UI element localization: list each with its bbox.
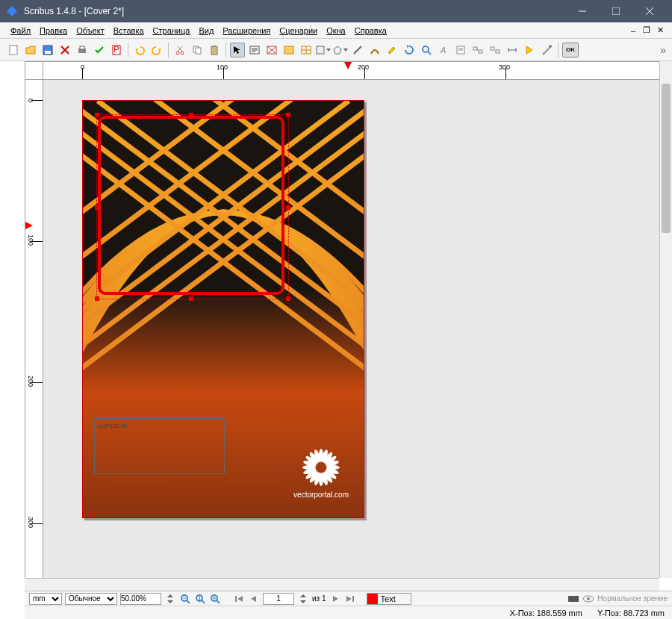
svg-marker-72 <box>300 594 306 597</box>
zoom-tool[interactable] <box>419 43 434 57</box>
zoom-input[interactable] <box>120 593 161 605</box>
resize-handle-e[interactable] <box>286 205 290 210</box>
new-button[interactable] <box>6 43 21 57</box>
menu-edit[interactable]: Правка <box>35 25 72 37</box>
first-page-button[interactable] <box>233 593 245 605</box>
resize-handle-ne[interactable] <box>286 113 290 117</box>
menu-help[interactable]: Справка <box>350 25 391 37</box>
resize-handle-nw[interactable] <box>95 113 99 117</box>
cms-toggle-button[interactable] <box>567 593 579 605</box>
svg-marker-58 <box>167 600 173 603</box>
story-editor-tool[interactable] <box>453 43 468 57</box>
zoom-out-button[interactable] <box>179 593 191 605</box>
unlink-frames-tool[interactable] <box>488 43 503 57</box>
svg-rect-2 <box>612 7 620 15</box>
logo-area: vectorportal.com <box>293 449 349 499</box>
menu-file[interactable]: Файл <box>6 25 35 37</box>
text-frame-tool[interactable] <box>247 43 262 57</box>
logo-text: vectorportal.com <box>293 491 349 499</box>
rotate-tool[interactable] <box>402 43 417 57</box>
menu-windows[interactable]: Окна <box>322 25 350 37</box>
redo-button[interactable] <box>149 43 164 57</box>
preview-toggle-button[interactable] <box>582 593 594 605</box>
scrollbar-vertical[interactable] <box>659 61 672 578</box>
menu-script[interactable]: Сценарии <box>275 25 322 37</box>
doc-minimize-button[interactable]: – <box>627 25 639 37</box>
line-tool[interactable] <box>350 43 365 57</box>
measure-tool[interactable] <box>505 43 520 57</box>
unit-select[interactable]: mm <box>29 593 62 605</box>
page-spinner[interactable] <box>297 593 309 605</box>
svg-line-66 <box>217 600 220 603</box>
canvas-viewport[interactable]: Lumpic.ru vectorportal.com <box>43 80 659 578</box>
image-frame-tool[interactable] <box>264 43 279 57</box>
page-number-input[interactable] <box>263 593 294 605</box>
select-tool[interactable] <box>230 43 245 57</box>
minimize-button[interactable] <box>565 0 599 22</box>
last-page-button[interactable] <box>344 593 356 605</box>
svg-marker-15 <box>158 49 161 51</box>
prev-page-button[interactable] <box>248 593 260 605</box>
link-frames-tool[interactable] <box>470 43 485 57</box>
zoom-in-button[interactable] <box>209 593 221 605</box>
doc-restore-button[interactable]: ❐ <box>641 25 653 37</box>
zoom-spinner[interactable] <box>164 593 176 605</box>
doc-close-button[interactable]: ✕ <box>654 25 666 37</box>
resize-handle-sw[interactable] <box>95 296 99 301</box>
bezier-tool[interactable] <box>367 43 382 57</box>
close-button[interactable] <box>632 0 666 22</box>
menu-view[interactable]: Вид <box>194 25 218 37</box>
resize-handle-s[interactable] <box>189 296 193 301</box>
svg-line-60 <box>187 600 190 603</box>
svg-point-55 <box>549 45 552 48</box>
copy-props-tool[interactable] <box>522 43 537 57</box>
next-page-button[interactable] <box>329 593 341 605</box>
eyedropper-tool[interactable] <box>539 43 554 57</box>
ruler-origin[interactable] <box>25 61 43 80</box>
svg-marker-75 <box>346 596 352 602</box>
toolbar-overflow[interactable]: » <box>660 44 666 56</box>
zoom-reset-button[interactable]: 1 <box>194 593 206 605</box>
svg-marker-74 <box>333 596 338 602</box>
table-tool[interactable] <box>299 43 314 57</box>
menubar: Файл Правка Объект Вставка Страница Вид … <box>0 22 672 39</box>
polygon-tool[interactable] <box>333 43 348 57</box>
document-page[interactable]: Lumpic.ru vectorportal.com <box>82 100 364 518</box>
ruler-horizontal[interactable]: 0 100 200 300 <box>43 61 659 80</box>
shape-tool[interactable] <box>316 43 331 57</box>
export-pdf-button[interactable]: P <box>109 43 124 57</box>
edit-text-tool[interactable]: A <box>436 43 451 57</box>
menu-extras[interactable]: Расширения <box>218 25 275 37</box>
sunburst-icon <box>302 449 340 486</box>
freehand-tool[interactable] <box>385 43 399 57</box>
undo-button[interactable] <box>132 43 147 57</box>
resize-handle-se[interactable] <box>286 296 290 301</box>
selected-shape[interactable] <box>98 116 284 295</box>
svg-rect-32 <box>284 46 293 54</box>
layer-select[interactable]: Text <box>367 593 411 605</box>
svg-line-38 <box>354 46 361 54</box>
app-icon <box>6 5 18 17</box>
window-title: Scribus 1.4.8 - [Cover 2*] <box>24 6 565 16</box>
preview-quality-select[interactable]: Обычное <box>65 593 117 605</box>
ruler-vertical[interactable]: 0 100 200 300 <box>25 80 43 578</box>
statusbar: mm Обычное 1 из 1 Text Нормальное зрение… <box>25 591 672 619</box>
print-button[interactable] <box>75 43 90 57</box>
preflight-button[interactable] <box>92 43 107 57</box>
ok-button[interactable]: OK <box>562 43 579 57</box>
maximize-button[interactable] <box>599 0 632 22</box>
render-frame-tool[interactable] <box>281 43 296 57</box>
menu-insert[interactable]: Вставка <box>109 25 149 37</box>
text-frame[interactable]: Lumpic.ru <box>94 418 225 474</box>
save-button[interactable] <box>40 43 55 57</box>
resize-handle-w[interactable] <box>95 205 99 210</box>
menu-object[interactable]: Объект <box>72 25 108 37</box>
paste-button[interactable] <box>207 43 222 57</box>
copy-button[interactable] <box>190 43 205 57</box>
resize-handle-n[interactable] <box>189 113 193 117</box>
close-doc-button[interactable] <box>57 43 72 57</box>
scrollbar-horizontal[interactable] <box>25 578 659 591</box>
open-button[interactable] <box>23 43 38 57</box>
menu-page[interactable]: Страница <box>149 25 195 37</box>
cut-button[interactable] <box>172 43 187 57</box>
